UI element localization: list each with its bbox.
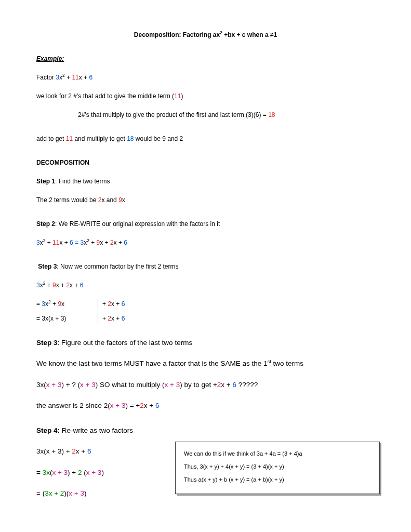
document-page: Decomposition: Factoring ax2 +bx + c whe… <box>0 0 411 532</box>
row2-right: + 2x + 6 <box>102 315 125 322</box>
step4: Step 4: Re-write as two factors <box>36 425 375 436</box>
step3b-text: : Figure out the factors of the last two… <box>58 339 193 347</box>
s1c: x <box>122 196 125 204</box>
step3a-row1: = 3x2 + 9x + 2x + 6 <box>36 299 375 309</box>
row1-left: = 3x2 + 9x <box>36 300 94 308</box>
note-line-2: Thus, 3(x + y) + 4(x + y) = (3 + 4)(x + … <box>184 461 371 472</box>
step1-text: : Find the two terms <box>55 178 110 185</box>
step2-label: Step 2 <box>36 220 55 228</box>
vertical-divider-icon <box>98 314 98 323</box>
example-heading: Example: <box>36 54 375 63</box>
so-line: 3x(x + 3) + ? (x + 3) SO what to multipl… <box>36 380 375 390</box>
step3a: Step 3: Now we common factor by the firs… <box>36 262 375 271</box>
step2-equation: 3x2 + 11x + 6 = 3x2 + 9x + 2x + 6 <box>36 238 375 247</box>
step2-text: : We RE-WRITE our original expression wi… <box>55 220 220 228</box>
step4-text: Re-write as two factors <box>60 427 133 434</box>
coef-11: 11 <box>72 74 78 81</box>
x2: x2 <box>59 74 65 81</box>
step3a-text: : Now we common factor by the first 2 te… <box>57 263 178 270</box>
step4-label: Step 4: <box>36 427 60 434</box>
add-multiply-line: add to get 11 and multiply to get 18 wou… <box>36 134 375 143</box>
title-part-2: +bx + c when a <box>222 31 270 38</box>
note-box: We can do this if we think of 3a + 4a = … <box>175 442 380 494</box>
s1a: The 2 terms would be <box>36 196 98 204</box>
add-a: add to get <box>36 135 66 142</box>
mid-11: 11 <box>174 92 181 100</box>
row1-right: + 2x + 6 <box>102 300 125 308</box>
mult-18: 18 <box>127 135 134 142</box>
step1-line2: The 2 terms would be 2x and 9x <box>36 195 375 205</box>
factor-word: Factor <box>36 74 56 81</box>
step2: Step 2: We RE-WRITE our original express… <box>36 219 375 229</box>
step1: Step 1: Find the two terms <box>36 177 375 186</box>
add-b: and multiply to get <box>73 135 127 142</box>
page-title: Decomposition: Factoring ax2 +bx + c whe… <box>36 31 375 38</box>
step3b: Step 3: Figure out the factors of the la… <box>36 338 375 348</box>
step3a-row2: = 3x(x + 3) + 2x + 6 <box>36 314 375 323</box>
step3a-label: Step 3 <box>38 263 57 270</box>
decomposition-heading: DECOMPOSITION <box>36 158 375 167</box>
title-part-1: Decomposition: Factoring ax <box>134 31 220 38</box>
factor-line: Factor 3x2 + 11x + 6 <box>36 73 375 82</box>
note-line-3: Thus a(x + y) + b (x + y) = (a + b)(x + … <box>184 474 371 485</box>
title-part-3: 1 <box>273 31 277 38</box>
term-9: 9 <box>118 196 122 204</box>
s1b: x and <box>101 196 118 204</box>
must-line: We know the last two terms MUST have a f… <box>36 358 375 369</box>
mult-text: 2#'s that multiply to give the product o… <box>78 111 268 118</box>
vertical-divider-icon <box>98 299 98 309</box>
close-paren: ) <box>181 92 183 100</box>
step3a-eq1: 3x2 + 9x + 2x + 6 <box>36 281 375 290</box>
row2-left: = 3x(x + 3) <box>36 315 94 322</box>
step3b-label: Step 3 <box>36 339 58 347</box>
add-11: 11 <box>66 135 73 142</box>
multiply-line: 2#'s that multiply to give the product o… <box>36 110 375 119</box>
look-for-line: we look for 2 #'s that add to give the m… <box>36 91 375 101</box>
add-c: would be 9 and 2 <box>134 135 183 142</box>
prod-18: 18 <box>268 111 275 118</box>
coef-6: 6 <box>89 74 92 81</box>
step1-label: Step 1 <box>36 178 55 185</box>
look-text: we look for 2 #'s that add to give the m… <box>36 92 174 100</box>
note-line-1: We can do this if we think of 3a + 4a = … <box>184 448 371 459</box>
answer-line: the answer is 2 since 2(x + 3) = +2x + 6 <box>36 401 375 411</box>
